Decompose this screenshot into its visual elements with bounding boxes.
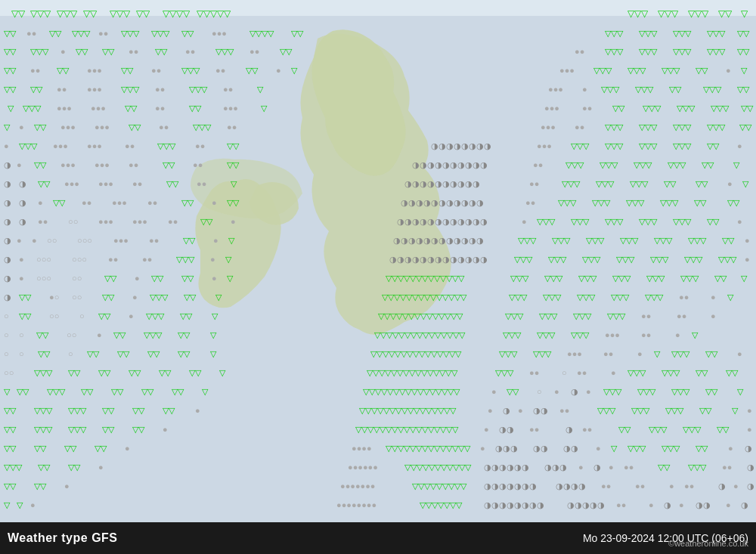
map-title-text: Weather type GFS [8, 531, 118, 545]
watermark-text: ©weatheronline.co.uk [668, 539, 748, 548]
watermark: ©weatheronline.co.uk [668, 539, 748, 548]
map-container: ▽ ▽ ▽▽ ▽▽▽ [0, 0, 756, 554]
map-title-label: Weather type GFS [8, 531, 118, 545]
map-svg [0, 0, 756, 554]
bottom-bar: Weather type GFS Mo 23-09-2024 12:00 UTC… [0, 522, 756, 554]
